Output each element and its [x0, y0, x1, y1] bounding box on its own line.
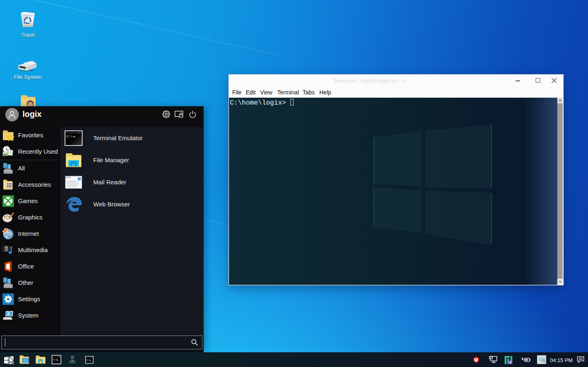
- svg-text:C:\: C:\: [53, 358, 58, 361]
- svg-text:C:\: C:\: [86, 359, 91, 362]
- svg-text:C:\: C:\: [67, 134, 73, 138]
